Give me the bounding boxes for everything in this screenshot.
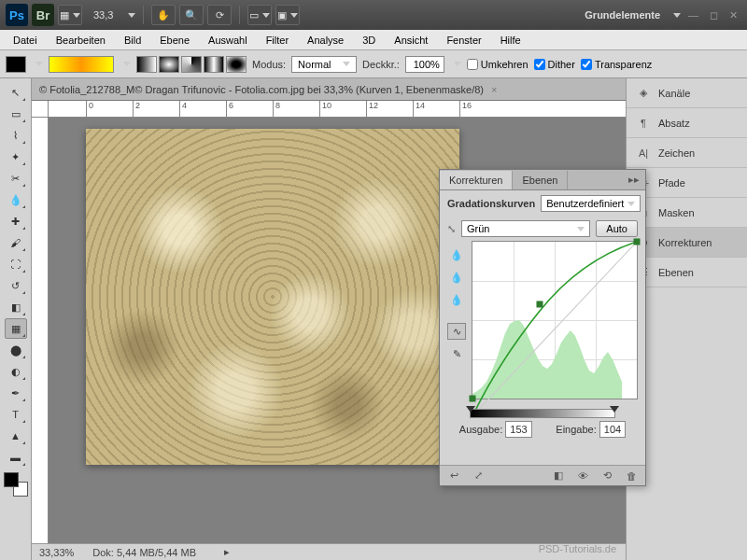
status-bar: 33,33% Dok: 5,44 MB/5,44 MB ▸ xyxy=(32,543,626,560)
umkehren-checkbox[interactable]: Umkehren xyxy=(467,59,529,70)
layout-menu[interactable]: ▦ xyxy=(58,5,82,25)
ausgabe-input[interactable]: 153 xyxy=(505,421,531,438)
blend-mode-select[interactable]: Normal xyxy=(291,56,357,73)
crop-tool-icon[interactable]: ✂ xyxy=(5,168,27,189)
move-tool-icon[interactable]: ↖ xyxy=(5,82,27,103)
zoom-tool-icon[interactable]: 🔍 xyxy=(179,5,204,25)
heal-tool-icon[interactable]: ✚ xyxy=(5,211,27,231)
menu-hilfe[interactable]: Hilfe xyxy=(491,32,530,49)
gray-point-eyedropper-icon[interactable]: 💧 xyxy=(447,269,466,286)
curve-line xyxy=(472,242,637,416)
stamp-tool-icon[interactable]: ⛶ xyxy=(5,254,27,274)
white-point-eyedropper-icon[interactable]: 💧 xyxy=(447,291,466,308)
close-icon[interactable]: ✕ xyxy=(726,9,741,21)
path-select-icon[interactable]: ▲ xyxy=(5,426,27,446)
curve-point-mid[interactable] xyxy=(536,301,543,308)
menu-ansicht[interactable]: Ansicht xyxy=(385,32,437,49)
status-doc-size[interactable]: Dok: 5,44 MB/5,44 MB xyxy=(92,547,196,558)
bridge-logo-icon[interactable]: Br xyxy=(32,4,54,26)
curve-point-white[interactable] xyxy=(634,239,641,245)
opacity-input[interactable]: 100% xyxy=(405,56,444,73)
curves-preset-select[interactable]: Benutzerdefiniert xyxy=(541,195,641,212)
menu-datei[interactable]: Datei xyxy=(4,32,47,49)
eraser-tool-icon[interactable]: ◧ xyxy=(5,297,27,317)
diamond-gradient-icon[interactable] xyxy=(226,56,247,73)
minimize-icon[interactable]: — xyxy=(684,9,702,21)
pen-tool-icon[interactable]: ✒ xyxy=(5,383,27,403)
eingabe-input[interactable]: 104 xyxy=(599,421,626,438)
menu-bearbeiten[interactable]: Bearbeiten xyxy=(47,32,115,49)
marquee-tool-icon[interactable]: ▭ xyxy=(5,104,27,124)
pencil-mode-icon[interactable]: ✎ xyxy=(447,345,466,362)
gradient-preview[interactable] xyxy=(49,56,114,73)
blur-tool-icon[interactable]: ⬤ xyxy=(5,340,27,360)
tab-ebenen[interactable]: Ebenen xyxy=(513,171,568,189)
rotate-view-icon[interactable]: ⟳ xyxy=(207,5,232,25)
menu-ebene[interactable]: Ebene xyxy=(150,32,199,49)
menu-bar: Datei Bearbeiten Bild Ebene Auswahl Filt… xyxy=(0,30,747,50)
menu-analyse[interactable]: Analyse xyxy=(298,32,353,49)
return-icon[interactable]: ↩ xyxy=(445,469,462,483)
panel-zeichen[interactable]: A|Zeichen xyxy=(627,138,747,168)
menu-fenster[interactable]: Fenster xyxy=(437,32,490,49)
clip-layer-icon[interactable]: ◧ xyxy=(550,469,567,483)
angle-gradient-icon[interactable] xyxy=(181,56,202,73)
tab-korrekturen[interactable]: Korrekturen xyxy=(440,171,513,189)
curves-title: Gradationskurven xyxy=(447,198,535,209)
lasso-tool-icon[interactable]: ⌇ xyxy=(5,125,27,146)
curve-point-black[interactable] xyxy=(470,396,476,402)
deckkr-label: Deckkr.: xyxy=(362,59,400,70)
radial-gradient-icon[interactable] xyxy=(159,56,179,73)
photoshop-logo-icon[interactable]: Ps xyxy=(6,4,28,26)
curve-mode-icon[interactable]: ∿ xyxy=(447,323,466,340)
dodge-tool-icon[interactable]: ◐ xyxy=(5,361,27,382)
curves-adjustment-panel: Korrekturen Ebenen ▸▸ Gradationskurven B… xyxy=(439,169,646,486)
expand-icon[interactable]: ⤢ xyxy=(470,469,486,483)
reset-icon[interactable]: ⟲ xyxy=(599,469,615,483)
canvas-image xyxy=(86,129,459,465)
status-zoom[interactable]: 33,33% xyxy=(39,547,74,558)
panel-absatz[interactable]: ¶Absatz xyxy=(627,108,747,138)
input-gradient-bar[interactable] xyxy=(470,409,615,418)
menu-filter[interactable]: Filter xyxy=(257,32,298,49)
tab-close-icon[interactable]: × xyxy=(491,84,497,95)
shape-tool-icon[interactable]: ▬ xyxy=(5,447,27,468)
eyedropper-group: 💧 💧 💧 ∿ ✎ xyxy=(447,241,466,399)
reflected-gradient-icon[interactable] xyxy=(204,56,224,73)
type-tool-icon[interactable]: T xyxy=(5,404,27,425)
zoom-level[interactable]: 33,3 xyxy=(86,9,120,21)
eyedropper-tool-icon[interactable]: 💧 xyxy=(5,189,27,210)
paragraph-icon: ¶ xyxy=(636,116,651,131)
history-brush-icon[interactable]: ↺ xyxy=(5,275,27,296)
auto-button[interactable]: Auto xyxy=(596,220,638,237)
linear-gradient-icon[interactable] xyxy=(136,56,157,73)
channel-select[interactable]: Grün xyxy=(461,220,590,237)
workspace-switcher[interactable]: Grundelemente xyxy=(579,9,666,21)
menu-auswahl[interactable]: Auswahl xyxy=(199,32,257,49)
brush-tool-icon[interactable]: 🖌 xyxy=(5,232,27,253)
white-slider[interactable] xyxy=(610,406,619,413)
hand-tool-icon[interactable]: ✋ xyxy=(151,5,176,25)
panel-kanaele[interactable]: ◈Kanäle xyxy=(627,78,747,108)
panel-collapse-icon[interactable]: ▸▸ xyxy=(623,174,645,186)
dither-checkbox[interactable]: Dither xyxy=(534,59,575,70)
fg-bg-swatch[interactable] xyxy=(4,472,28,497)
curves-graph[interactable] xyxy=(472,241,638,399)
delete-icon[interactable]: 🗑 xyxy=(623,469,640,483)
arrange-menu[interactable]: ▭ xyxy=(247,5,272,25)
menu-bild[interactable]: Bild xyxy=(115,32,150,49)
target-adjust-icon[interactable]: ⤡ xyxy=(447,223,456,235)
screenmode-menu[interactable]: ▣ xyxy=(275,5,300,25)
wand-tool-icon[interactable]: ✦ xyxy=(5,147,27,167)
visibility-icon[interactable]: 👁 xyxy=(574,469,591,483)
document-tab[interactable]: © Fotolia_212788_M© Dragan Trifunovic - … xyxy=(32,78,626,101)
transparenz-checkbox[interactable]: Transparenz xyxy=(581,59,652,70)
tool-preset[interactable] xyxy=(6,56,26,73)
black-point-eyedropper-icon[interactable]: 💧 xyxy=(447,246,466,263)
black-slider[interactable] xyxy=(466,406,475,413)
character-icon: A| xyxy=(636,146,651,161)
gradient-tool-icon[interactable]: ▦ xyxy=(5,318,27,339)
menu-3d[interactable]: 3D xyxy=(353,32,385,49)
svg-line-1 xyxy=(472,242,637,416)
maximize-icon[interactable]: ◻ xyxy=(706,9,722,21)
